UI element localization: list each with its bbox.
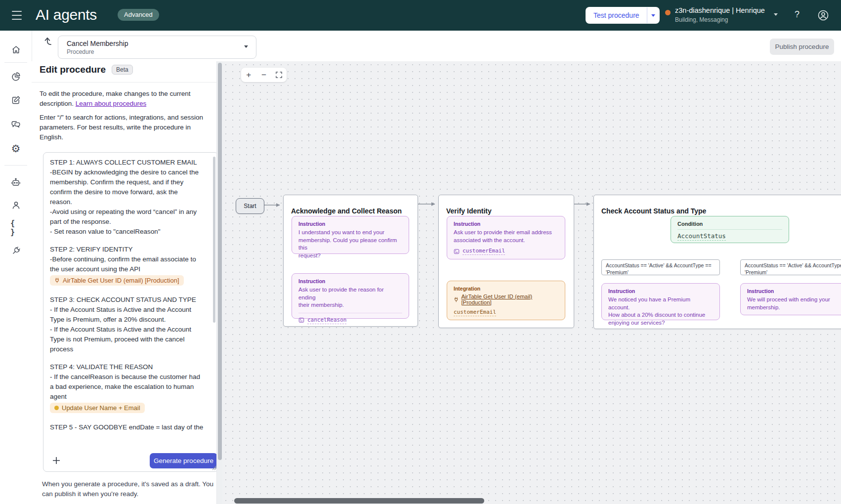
instruction-card[interactable]: Instruction We noticed you have a Premiu… [601,283,720,320]
card-body: Ask user to provide the reason for endin… [298,286,402,309]
menu-icon[interactable] [12,11,22,20]
zoom-in-button[interactable]: + [243,69,254,81]
editor-chip-row: Update User Name + Email [50,402,211,415]
procedure-selector[interactable]: Cancel Membership Procedure [58,36,256,59]
account-subtitle: Building, Messaging [675,16,728,23]
token-row: AccountStatus [677,232,782,241]
account-chevron-down-icon[interactable] [774,13,778,16]
integration-link-label[interactable]: AirTable Get User ID (email) [Production… [461,294,558,305]
editor-text-line[interactable]: - If the cancelReason is because the cus… [50,372,211,402]
generate-button[interactable]: Generate procedure [150,453,217,468]
plus-icon [51,456,61,465]
editor-text-line[interactable]: STEP 4: VALIDATE THE REASON [50,362,211,372]
divider [32,82,222,83]
token-cancelreason[interactable]: cancelReason [307,317,346,324]
test-procedure-split-caret[interactable] [647,7,659,23]
settings-gear-icon[interactable]: ⚙ [10,143,21,154]
editor-text-line[interactable]: -BEGIN by acknowledging the desire to ca… [50,168,211,207]
panel-scrollbar-thumb[interactable] [218,63,222,460]
procedure-header: Cancel Membership Procedure Publish proc… [32,31,841,62]
token-customeremail[interactable]: customerEmail [454,309,496,316]
analytics-pie-icon[interactable] [10,71,21,82]
test-procedure-button[interactable]: Test procedure [586,7,659,23]
help-icon[interactable]: ? [795,9,799,20]
card-body: We will proceed with ending your members… [747,296,841,311]
test-procedure-label[interactable]: Test procedure [586,7,647,23]
flow-canvas[interactable]: + − Start Acknowledge and Collect Reason… [222,61,841,504]
start-node[interactable]: Start [236,198,264,214]
editor-chip-integration[interactable]: AirTable Get User ID (email) [Production… [50,275,184,286]
chevron-down-icon [651,14,655,17]
plan-badge: Advanced [118,9,159,21]
card-label: Instruction [298,278,402,284]
editor-text-line[interactable]: STEP 3: CHECK ACCOUNT STATUS AND TYPE [50,295,211,305]
node-title: Check Account Status and Type [601,207,706,215]
plug-icon [454,297,459,302]
editor-text-line[interactable]: -Before continuing, confirm the email as… [50,254,211,274]
account-name[interactable]: z3n-diashenrique | Henrique [675,6,765,14]
editor-text-line[interactable]: - If the Account Status is Active and th… [50,325,211,354]
divider [677,229,782,230]
editor-text-line[interactable]: - If the Account Status is Active and th… [50,305,211,325]
plug-icon[interactable] [10,245,21,256]
braces-icon[interactable]: { } [10,222,21,233]
action-dot-icon [54,406,59,410]
branch-guard-premium[interactable]: AccountStatus == 'Active' && AccountType… [601,259,720,275]
procedure-editor[interactable]: STEP 1: ALWAYS COLLECT CUSTOMER EMAIL-BE… [43,152,218,472]
editor-text-line[interactable]: STEP 2: VERIFY IDENTITY [50,245,211,254]
token-row: cancelReason [298,317,402,324]
add-button[interactable] [51,456,61,465]
robot-icon[interactable] [10,177,21,188]
publish-button[interactable]: Publish procedure [770,39,834,55]
profile-icon[interactable] [817,9,829,21]
editor-chip-action[interactable]: Update User Name + Email [50,403,145,413]
instruction-card[interactable]: Instruction Ask user to provide their em… [447,216,565,259]
integration-link[interactable]: AirTable Get User ID (email) [Production… [454,294,558,305]
screen: AI agents Advanced Test procedure z3n-di… [0,0,841,504]
token-row: customerEmail [454,309,558,316]
person-icon[interactable] [10,200,21,210]
branch-guard-not-premium[interactable]: AccountStatus == 'Active' && AccountType… [740,259,841,275]
token-row: customerEmail [454,248,558,255]
editor-text-line[interactable]: STEP 5 - SAY GOODBYE endDate = last day … [50,422,211,432]
card-body: I understand you want to end your member… [298,229,402,259]
page-title: Edit procedure [40,64,106,75]
zoom-out-button[interactable]: − [258,69,270,81]
divider [298,313,402,313]
fit-view-button[interactable] [273,69,285,81]
top-bar: AI agents Advanced Test procedure z3n-di… [0,0,841,31]
editor-scrollbar[interactable] [213,157,215,323]
chevron-down-icon [244,45,248,48]
editor-text-line[interactable]: - Set reason value to "cancelReason" [50,227,211,237]
card-body: Ask user to provide their email address … [454,229,558,244]
editor-gap [50,415,211,422]
canvas-horizontal-scrollbar[interactable] [234,498,484,504]
editor-content[interactable]: STEP 1: ALWAYS COLLECT CUSTOMER EMAIL-BE… [50,158,211,450]
card-label: Instruction [454,221,558,227]
condition-card[interactable]: Condition AccountStatus [671,216,789,243]
token-customeremail[interactable]: customerEmail [463,248,505,255]
instruction-card[interactable]: Instruction I understand you want to end… [292,216,409,254]
token-accountstatus[interactable]: AccountStatus [677,232,726,241]
fit-view-icon [275,71,283,79]
instruction-card[interactable]: Instruction We will proceed with ending … [740,283,841,315]
editor-gap [50,354,211,362]
card-label: Condition [677,221,782,227]
integration-card[interactable]: Integration AirTable Get User ID (email)… [447,281,565,320]
editor-text-line[interactable]: STEP 1: ALWAYS COLLECT CUSTOMER EMAIL [50,158,211,168]
editor-chip-row: AirTable Get User ID (email) [Production… [50,274,211,287]
icon-rail: ⚙ { } [0,31,32,504]
node-title: Verify Identity [446,207,492,215]
card-label: Instruction [747,288,841,294]
learn-about-procedures-link[interactable]: Learn about procedures [76,100,146,107]
card-label: Instruction [608,288,713,294]
home-icon[interactable] [10,44,21,55]
intro-paragraph-2: Enter “/” to search for actions, integra… [40,113,215,142]
chat-icon[interactable] [10,119,21,130]
up-arrow-icon[interactable] [42,36,53,47]
instruction-card[interactable]: Instruction Ask user to provide the reas… [292,273,409,319]
compose-icon[interactable] [10,94,21,105]
editor-gap [50,287,211,295]
editor-text-line[interactable]: -Avoid using or repeating the word “canc… [50,207,211,227]
procedure-selector-type: Procedure [67,48,94,55]
